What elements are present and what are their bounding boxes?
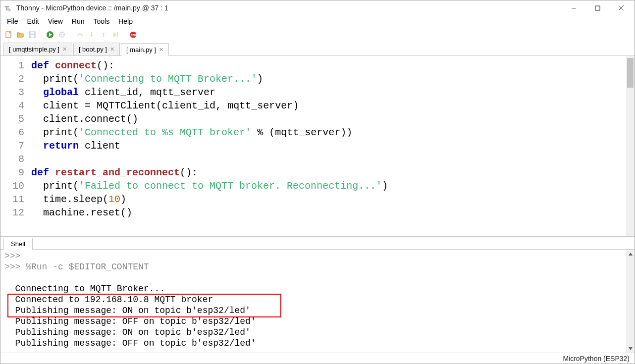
- shell-tab[interactable]: Shell: [3, 238, 33, 250]
- window-controls: [566, 3, 629, 13]
- line-number: 4: [0, 99, 24, 112]
- shell-line: Publishing message: OFF on topic b'esp32…: [15, 316, 256, 326]
- tab-label: [ boot.py ]: [79, 46, 107, 53]
- close-icon[interactable]: ✕: [110, 46, 114, 52]
- line-number: 11: [0, 193, 24, 206]
- line-number: 5: [0, 112, 24, 126]
- shell-command: %Run -c $EDITOR_CONTENT: [26, 262, 149, 272]
- svg-rect-3: [595, 6, 600, 10]
- debug-icon[interactable]: [57, 30, 67, 40]
- step-out-icon[interactable]: [99, 30, 108, 40]
- menu-edit[interactable]: Edit: [23, 16, 44, 26]
- separator: [69, 30, 73, 40]
- save-file-icon[interactable]: [27, 30, 37, 40]
- shell-line: Publishing message: ON on topic b'esp32/…: [15, 306, 251, 315]
- line-number: 3: [0, 86, 24, 99]
- step-over-icon[interactable]: [75, 30, 85, 40]
- open-file-icon[interactable]: [15, 30, 25, 40]
- svg-marker-18: [90, 35, 93, 37]
- tab-label: [ umqttsimple.py ]: [9, 46, 59, 53]
- close-button[interactable]: [614, 3, 629, 13]
- tab-label: [ main.py ]: [126, 46, 156, 53]
- shell-tab-bar: Shell: [0, 237, 635, 250]
- status-bar: MicroPython (ESP32): [0, 353, 635, 364]
- line-number: 6: [0, 126, 24, 139]
- menu-file[interactable]: File: [2, 16, 23, 26]
- editor-scrollbar[interactable]: [626, 56, 635, 236]
- svg-marker-21: [113, 32, 117, 37]
- line-number: 12: [0, 206, 24, 219]
- line-number: 1: [0, 59, 24, 72]
- scroll-down-icon[interactable]: [626, 344, 635, 353]
- shell-line: Connecting to MQTT Broker...: [15, 284, 165, 294]
- minimize-button[interactable]: [566, 3, 581, 13]
- window-title: Thonny - MicroPython device :: /main.py …: [16, 4, 566, 12]
- shell-prompt: >>>: [4, 262, 26, 272]
- shell-prev-prompt: >>>: [4, 251, 20, 261]
- step-into-icon[interactable]: [87, 30, 97, 40]
- resume-icon[interactable]: [110, 30, 120, 40]
- close-icon[interactable]: ✕: [159, 47, 163, 53]
- new-file-icon[interactable]: [3, 30, 13, 40]
- menu-bar: File Edit View Run Tools Help: [0, 15, 635, 27]
- code-area[interactable]: def connect(): print('Connecting to MQTT…: [29, 56, 626, 236]
- svg-text:STOP: STOP: [131, 34, 137, 37]
- line-number: 10: [0, 179, 24, 193]
- separator: [39, 30, 43, 40]
- line-number: 2: [0, 72, 24, 86]
- svg-marker-25: [629, 253, 633, 256]
- svg-rect-9: [31, 35, 34, 38]
- svg-text:h: h: [8, 7, 11, 12]
- svg-rect-22: [117, 32, 118, 37]
- app-icon: Th: [4, 3, 13, 12]
- separator: [122, 30, 126, 40]
- tool-bar: STOP: [0, 27, 635, 42]
- menu-tools[interactable]: Tools: [89, 16, 114, 26]
- svg-marker-26: [629, 347, 633, 350]
- scroll-up-icon[interactable]: [626, 250, 635, 258]
- shell-panel: >>> >>> %Run -c $EDITOR_CONTENT Connecti…: [0, 250, 635, 353]
- title-bar: Th Thonny - MicroPython device :: /main.…: [0, 0, 635, 15]
- menu-view[interactable]: View: [44, 16, 67, 26]
- interpreter-label[interactable]: MicroPython (ESP32): [563, 355, 630, 363]
- shell-output[interactable]: >>> >>> %Run -c $EDITOR_CONTENT Connecti…: [0, 250, 626, 353]
- run-icon[interactable]: [45, 30, 55, 40]
- shell-line: Publishing message: ON on topic b'esp32/…: [15, 327, 251, 337]
- editor-tab-bar: [ umqttsimple.py ]✕ [ boot.py ]✕ [ main.…: [0, 42, 635, 56]
- line-number: 7: [0, 139, 24, 153]
- line-number: 8: [0, 153, 24, 166]
- tab-umqttsimple[interactable]: [ umqttsimple.py ]✕: [3, 43, 72, 55]
- tab-boot[interactable]: [ boot.py ]✕: [73, 43, 120, 55]
- svg-marker-20: [102, 32, 105, 34]
- line-number: 9: [0, 166, 24, 179]
- maximize-button[interactable]: [590, 3, 605, 13]
- stop-icon[interactable]: STOP: [128, 30, 138, 40]
- code-editor[interactable]: 1 2 3 4 5 6 7 8 9 10 11 12 def connect()…: [0, 56, 635, 237]
- menu-run[interactable]: Run: [67, 16, 89, 26]
- svg-rect-10: [31, 32, 34, 34]
- scrollbar-thumb[interactable]: [627, 58, 634, 88]
- tab-main[interactable]: [ main.py ]✕: [121, 43, 169, 56]
- shell-line: Connected to 192.168.10.8 MQTT broker: [15, 295, 213, 305]
- menu-help[interactable]: Help: [114, 16, 137, 26]
- line-gutter: 1 2 3 4 5 6 7 8 9 10 11 12: [0, 56, 29, 236]
- shell-line: Publishing message: OFF on topic b'esp32…: [15, 338, 256, 348]
- shell-scrollbar[interactable]: [626, 250, 635, 353]
- close-icon[interactable]: ✕: [62, 46, 67, 52]
